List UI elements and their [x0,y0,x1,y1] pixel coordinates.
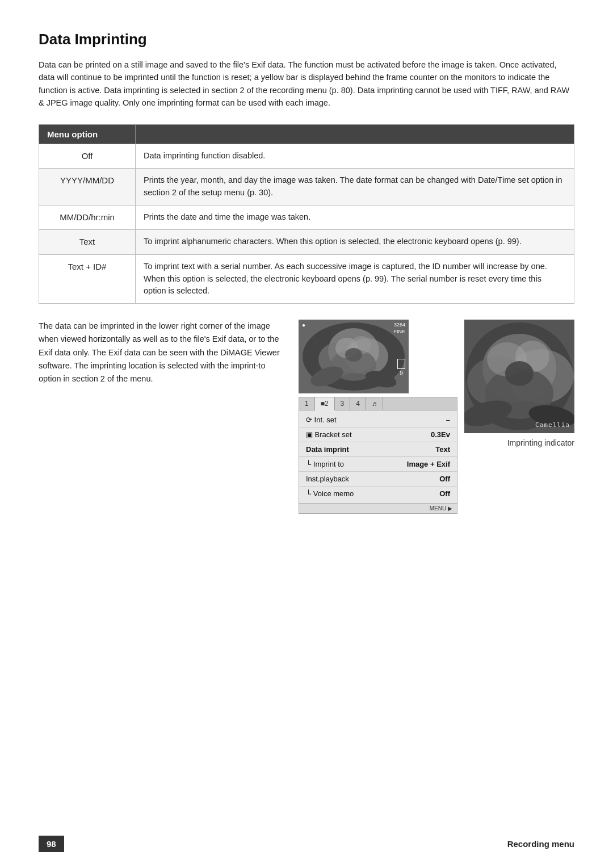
table-option-4: Text + ID# [39,254,136,303]
menu-row-label-4: Inst.playback [306,475,349,483]
table-header-description [136,124,574,144]
menu-row-5: └ Voice memoOff [299,487,457,501]
menu-row-value-1: 0.3Ev [431,430,450,439]
page-title: Data Imprinting [39,31,574,48]
menu-row-0: ⟳ Int. set– [299,413,457,427]
menu-row-value-0: – [446,416,450,424]
menu-row-label-2: Data imprint [306,445,349,454]
camera-counter: 3264 FINE [393,322,405,335]
menu-row-value-4: Off [439,475,450,483]
right-image-container: Camellia Imprinting indicator [464,320,574,449]
menu-screenshot: 1 ■2 3 4 ♬ ⟳ Int. set–▣ Bracket set0.3Ev… [299,397,457,514]
footer-page-number: 98 [39,836,64,852]
menu-tabs: 1 ■2 3 4 ♬ [299,397,457,410]
menu-row-value-2: Text [435,445,450,454]
bottom-images: ● 3264 FINE 9 1 ■2 3 [299,320,574,514]
menu-row-label-0: ⟳ Int. set [306,416,337,424]
menu-tab-music[interactable]: ♬ [366,397,383,410]
menu-footer: MENU ▶ [299,503,457,513]
menu-row-2: Data imprintText [299,442,457,457]
option-table: Menu option OffData imprinting function … [39,124,574,304]
svg-point-8 [345,348,362,362]
menu-row-label-5: └ Voice memo [306,489,354,498]
menu-row-label-1: ▣ Bracket set [306,430,352,439]
right-camera-image: Camellia [464,320,574,433]
camera-bottom-bar: 9 [397,359,405,376]
camellia-text: Camellia [535,421,570,429]
menu-row-3: └ Imprint toImage + Exif [299,457,457,472]
svg-point-19 [505,361,534,386]
menu-row-value-5: Off [439,489,450,498]
imprinting-indicator-label: Imprinting indicator [507,438,574,449]
table-description-2: Prints the date and time the image was t… [136,205,574,230]
table-option-3: Text [39,230,136,255]
table-description-0: Data imprinting function disabled. [136,144,574,169]
menu-row-value-3: Image + Exif [407,460,450,468]
bottom-section: The data can be imprinted in the lower r… [39,320,574,514]
menu-row-label-3: └ Imprint to [306,460,344,468]
menu-tab-1[interactable]: 1 [299,397,315,410]
table-header-option: Menu option [39,124,136,144]
page-footer: 98 Recording menu [0,836,613,852]
camera-lcd-image: ● 3264 FINE 9 [299,320,409,393]
menu-rows: ⟳ Int. set–▣ Bracket set0.3EvData imprin… [299,410,457,503]
menu-row-1: ▣ Bracket set0.3Ev [299,427,457,442]
table-option-1: YYYY/MM/DD [39,169,136,206]
table-option-2: MM/DD/hr:min [39,205,136,230]
menu-tab-4[interactable]: 4 [350,397,366,410]
menu-row-4: Inst.playbackOff [299,472,457,487]
bottom-paragraph: The data can be imprinted in the lower r… [39,320,285,385]
table-description-4: To imprint text with a serial number. As… [136,254,574,303]
menu-tab-3[interactable]: 3 [335,397,351,410]
table-description-3: To imprint alphanumeric characters. When… [136,230,574,255]
table-option-0: Off [39,144,136,169]
menu-tab-2[interactable]: ■2 [315,397,335,410]
footer-section-label: Recording menu [507,839,574,849]
page-content: Data Imprinting Data can be printed on a… [0,0,613,576]
intro-paragraph: Data can be printed on a still image and… [39,58,574,110]
table-description-1: Prints the year, month, and day the imag… [136,169,574,206]
